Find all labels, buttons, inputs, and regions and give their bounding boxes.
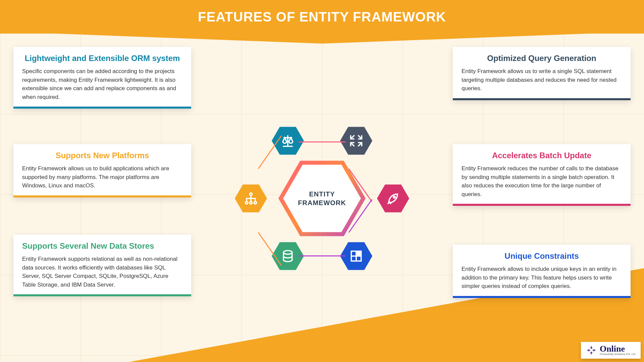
svg-point-4	[393, 196, 395, 198]
card-title: Supports New Platforms	[22, 151, 182, 160]
card-title: Accelerates Batch Update	[462, 151, 622, 160]
svg-point-3	[254, 201, 256, 204]
svg-point-0	[250, 193, 252, 195]
card-body: Entity Framework reduces the number of c…	[462, 164, 622, 198]
logo-text: Online	[600, 345, 636, 353]
feature-card-constraints: Unique Constraints Entity Framework allo…	[453, 245, 631, 298]
svg-point-2	[250, 201, 252, 204]
card-underline	[453, 296, 631, 298]
card-body: Entity Framework supports relational as …	[22, 255, 182, 289]
feature-card-lightweight: Lightweight and Extensible ORM system Sp…	[13, 47, 191, 109]
feature-card-query: Optimized Query Generation Entity Framew…	[453, 47, 631, 100]
card-title: Supports Several New Data Stores	[22, 241, 182, 251]
card-body: Entity Framework allows us to write a si…	[462, 67, 622, 93]
feature-card-datastores: Supports Several New Data Stores Entity …	[13, 235, 191, 296]
card-underline	[13, 294, 191, 296]
card-underline	[453, 204, 631, 206]
card-title: Lightweight and Extensible ORM system	[22, 54, 182, 63]
card-title: Optimized Query Generation	[462, 54, 622, 63]
card-body: Entity Framework allows us to build appl…	[22, 164, 182, 190]
card-body: Entity Framework allows to include uniqu…	[462, 265, 622, 291]
card-body: Specific components can be added accordi…	[22, 67, 182, 101]
feature-card-platforms: Supports New Platforms Entity Framework …	[13, 144, 191, 197]
card-underline	[13, 195, 191, 197]
connector-line	[299, 141, 345, 142]
logo-mark-icon	[586, 345, 597, 356]
card-title: Unique Constraints	[462, 251, 622, 261]
hexagon-cluster: ENTITY FRAMEWORK	[278, 155, 366, 242]
center-label: ENTITY FRAMEWORK	[298, 190, 346, 207]
center-hexagon: ENTITY FRAMEWORK	[278, 155, 366, 242]
page-title: FEATURES OF ENTITY FRAMEWORK	[0, 0, 644, 24]
card-underline	[13, 107, 191, 109]
card-underline	[453, 98, 631, 100]
connector-line	[299, 255, 345, 256]
brand-logo: Online Productivity Solutions Pvt. Ltd.	[581, 342, 641, 359]
svg-point-1	[246, 201, 248, 204]
svg-point-5	[283, 251, 292, 254]
feature-card-batch: Accelerates Batch Update Entity Framewor…	[453, 144, 631, 206]
logo-subtext: Productivity Solutions Pvt. Ltd.	[600, 353, 636, 356]
svg-rect-7	[357, 252, 361, 255]
header-banner: FEATURES OF ENTITY FRAMEWORK	[0, 0, 644, 34]
